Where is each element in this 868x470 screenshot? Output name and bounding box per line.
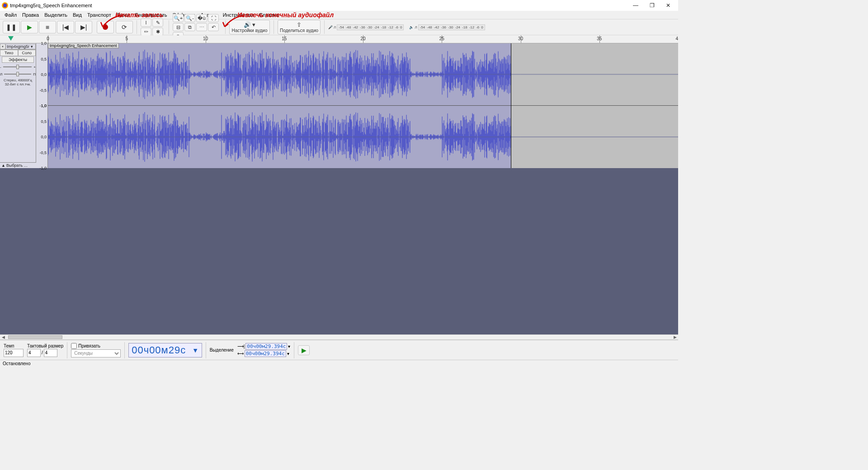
record-button[interactable] <box>97 21 114 33</box>
undo-icon[interactable]: ↶ <box>208 23 219 31</box>
scroll-thumb[interactable] <box>8 335 62 339</box>
track-control-panel: × tmp4xgmg5r ▾ Тихо Соло Эффекты - + Л П… <box>0 43 36 168</box>
transport-group: ❚❚ ▶ ■ |◀ ▶| <box>3 21 92 33</box>
menu-help[interactable]: Справка <box>256 12 281 18</box>
trim-icon[interactable]: ⧉ <box>184 23 195 31</box>
play-button[interactable]: ▶ <box>21 21 38 33</box>
menu-bar: Файл Правка Выделить Вид Транспорт Треки… <box>0 11 678 19</box>
speaker-icon: 🔊 ▾ <box>244 21 256 28</box>
speaker-small-icon: 🔈 <box>409 25 414 29</box>
window-title: tmp4xgmg5rq_Speech Enhancement <box>10 3 92 8</box>
selection-label: Выделение <box>210 348 234 352</box>
scroll-left-icon[interactable]: ◀ <box>0 335 6 339</box>
clip-end-line <box>511 43 511 168</box>
menu-generate[interactable]: Генерировать <box>132 12 170 18</box>
skip-end-button[interactable]: ▶| <box>75 21 92 33</box>
selection-tool-icon[interactable]: I <box>141 19 151 27</box>
envelope-tool-icon[interactable]: ✎ <box>152 19 163 27</box>
mute-button[interactable]: Тихо <box>0 50 18 56</box>
menu-select[interactable]: Выделить <box>42 12 70 18</box>
track-area: × tmp4xgmg5r ▾ Тихо Соло Эффекты - + Л П… <box>0 43 678 168</box>
play-meter[interactable]: 🔈 Л -54-48-42-36-30-24-18-12-60 <box>409 24 485 30</box>
effects-button[interactable]: Эффекты <box>2 56 34 63</box>
status-bar: Остановлено <box>0 360 678 367</box>
fit-project-icon[interactable]: ⛶ <box>208 14 219 22</box>
clip-title[interactable]: tmp4xgmg5rq_Speech Enhancement <box>48 43 119 48</box>
selection-start[interactable]: 00ч00м29.394с <box>245 343 287 350</box>
waveform-area[interactable]: tmp4xgmg5rq_Speech Enhancement <box>48 43 678 168</box>
bottom-toolbar: Темп Тактовый размер / Привязать Секунды… <box>0 340 678 360</box>
horizontal-scrollbar[interactable]: ◀ ▶ <box>0 334 678 340</box>
selection-end[interactable]: 00ч00м29.394с <box>245 350 286 357</box>
menu-view[interactable]: Вид <box>70 12 85 18</box>
timesig-label: Тактовый размер <box>27 343 63 348</box>
record-meter[interactable]: 🎤 Л -54-48-42-36-30-24-18-12-60 <box>328 24 404 30</box>
zoom-toggle-icon[interactable]: ⊟ <box>173 23 184 31</box>
pause-button[interactable]: ❚❚ <box>3 21 20 33</box>
sel-len-icon: ⟷ <box>237 351 244 356</box>
vertical-scale: 1,00,50,0-0,5-1,01,00,50,0-0,5-1,0 <box>36 43 48 168</box>
minimize-button[interactable]: — <box>627 0 644 11</box>
share-audio-button[interactable]: ⇧ Поделиться аудио <box>278 20 321 34</box>
zoom-out-icon[interactable]: 🔍- <box>184 14 195 22</box>
track-close-button[interactable]: × <box>0 44 5 49</box>
stop-button[interactable]: ■ <box>39 21 56 33</box>
tools-group: I ✎ ✏ ✱ <box>141 19 165 36</box>
menu-file[interactable]: Файл <box>2 12 19 18</box>
title-bar: tmp4xgmg5rq_Speech Enhancement — ❐ ✕ <box>0 0 678 11</box>
snap-checkbox[interactable]: Привязать <box>71 343 121 349</box>
draw-tool-icon[interactable]: ✏ <box>141 28 151 36</box>
tempo-input[interactable] <box>4 349 24 357</box>
menu-edit[interactable]: Правка <box>19 12 42 18</box>
silence-icon[interactable]: ⋯ <box>196 23 207 31</box>
playhead-icon[interactable] <box>8 36 14 41</box>
scroll-right-icon[interactable]: ▶ <box>672 335 678 339</box>
share-icon: ⇧ <box>297 21 302 28</box>
play-at-speed-button[interactable]: ▶ <box>298 345 310 355</box>
multi-tool-icon[interactable]: ✱ <box>152 28 163 36</box>
menu-tracks[interactable]: Треки <box>114 12 132 18</box>
time-display[interactable]: 00ч00м29с ▾ <box>128 343 202 357</box>
close-button[interactable]: ✕ <box>660 0 676 11</box>
sel-start-icon: ⟶| <box>237 344 245 349</box>
track-name-dropdown[interactable]: tmp4xgmg5r ▾ <box>5 44 36 49</box>
zoom-in-icon[interactable]: 🔍+ <box>173 14 184 22</box>
pan-slider[interactable]: Л П <box>0 70 36 78</box>
app-logo-icon <box>2 2 8 9</box>
status-text: Остановлено <box>3 361 30 366</box>
track-format-info: Стерео, 48000Гц32-бит с пл.тчк. <box>0 79 36 87</box>
snap-unit-select[interactable]: Секунды <box>71 349 121 357</box>
audio-settings-button[interactable]: 🔊 ▾ Настройки аудио <box>229 20 270 34</box>
toolbar-row: Начать запись Извлечь конечный аудиофайл… <box>0 19 678 35</box>
track-collapse-button[interactable]: ▲ Выбрать … <box>0 162 36 168</box>
mic-icon: 🎤 <box>328 25 333 29</box>
timesig-num-input[interactable] <box>27 349 41 357</box>
fit-selection-icon[interactable]: �ù <box>196 14 207 22</box>
timeline-ruler[interactable]: 0510152025303540 <box>0 35 678 43</box>
timesig-den-input[interactable] <box>44 349 57 357</box>
tempo-label: Темп <box>4 343 24 348</box>
maximize-button[interactable]: ❐ <box>644 0 660 11</box>
empty-track-space[interactable] <box>0 168 678 334</box>
gain-slider[interactable]: - + <box>0 63 36 70</box>
loop-button[interactable]: ⟳ <box>116 21 133 33</box>
solo-button[interactable]: Соло <box>18 50 36 56</box>
skip-start-button[interactable]: |◀ <box>57 21 74 33</box>
menu-tools[interactable]: Инструменты <box>220 12 257 18</box>
menu-transport[interactable]: Транспорт <box>85 12 114 18</box>
